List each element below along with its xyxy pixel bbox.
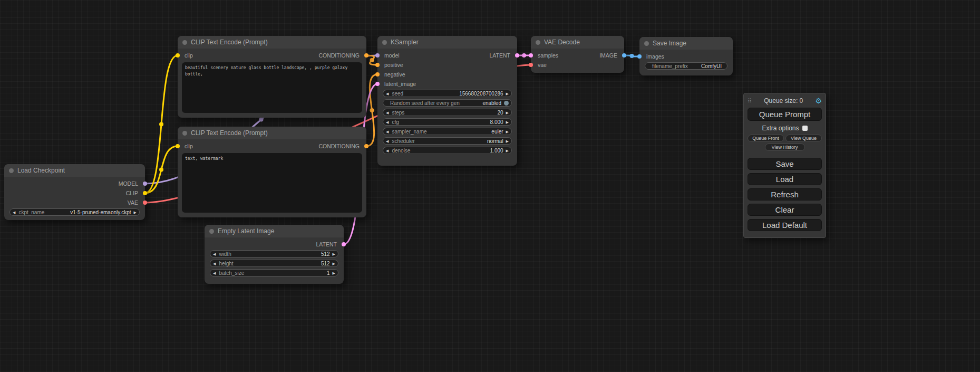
conditioning-output-port[interactable] [364,144,368,148]
clear-button[interactable]: Clear [748,204,822,216]
increment-arrow-icon[interactable]: ▶ [333,262,335,265]
increment-arrow-icon[interactable]: ▶ [506,149,509,152]
decrement-arrow-icon[interactable]: ◀ [386,92,389,96]
clip-output-port[interactable] [143,191,147,195]
prompt-textarea[interactable]: beautiful scenery nature glass bottle la… [182,62,362,113]
node-title-bar[interactable]: Load Checkpoint [4,164,145,177]
main-menu-panel: ⠿ Queue size: 0 ⚙ Queue Prompt Extra opt… [743,93,826,238]
sampler-name-widget[interactable]: ◀ sampler_name euler ▶ [383,128,512,135]
settings-gear-icon[interactable]: ⚙ [815,97,822,104]
images-input-port[interactable] [637,54,642,59]
decrement-arrow-icon[interactable]: ◀ [213,252,216,256]
clip-input-port[interactable] [176,144,180,148]
increment-arrow-icon[interactable]: ▶ [506,130,509,133]
load-button[interactable]: Load [748,173,822,185]
collapse-toggle-icon[interactable] [209,229,214,234]
drag-handle-icon[interactable]: ⠿ [748,98,752,104]
batch-size-widget[interactable]: ◀ batch_size 1 ▶ [210,269,338,276]
seed-widget[interactable]: ◀ seed 156680208700286 ▶ [383,90,512,97]
prompt-textarea[interactable]: text, watermark [182,153,362,213]
model-output-port[interactable] [143,182,147,186]
collapse-toggle-icon[interactable] [9,168,14,173]
collapse-toggle-icon[interactable] [536,40,540,45]
node-title-bar[interactable]: KSampler [377,36,517,49]
node-title-bar[interactable]: CLIP Text Encode (Prompt) [178,127,366,139]
increment-arrow-icon[interactable]: ▶ [506,92,509,96]
slot-row: model LATENT [377,51,517,60]
widget-value: 512 [321,251,330,257]
collapse-toggle-icon[interactable] [382,40,387,45]
samples-input-port[interactable] [529,53,533,58]
queue-prompt-button[interactable]: Queue Prompt [748,108,822,121]
collapse-toggle-icon[interactable] [644,41,649,46]
decrement-arrow-icon[interactable]: ◀ [213,262,216,265]
widget-label: Random seed after every gen [390,100,460,106]
decrement-arrow-icon[interactable]: ◀ [386,139,389,143]
decrement-arrow-icon[interactable]: ◀ [386,120,389,124]
decrement-arrow-icon[interactable]: ◀ [386,149,389,152]
collapse-toggle-icon[interactable] [182,40,187,45]
node-title-bar[interactable]: VAE Decode [531,36,624,49]
extra-options-label: Extra options [762,125,799,132]
toggle-dot-icon[interactable] [504,101,509,106]
negative-input-port[interactable] [375,72,380,77]
node-vae-decode[interactable]: VAE Decode samples IMAGE vae [531,36,624,73]
scheduler-widget[interactable]: ◀ scheduler normal ▶ [383,137,512,145]
latent-image-input-port[interactable] [375,82,380,86]
node-title-bar[interactable]: Empty Latent Image [205,225,344,237]
save-button[interactable]: Save [748,158,822,170]
node-ksampler[interactable]: KSampler model LATENT positive negative … [377,36,517,166]
refresh-button[interactable]: Refresh [748,188,822,201]
latent-output-port[interactable] [515,53,519,58]
increment-arrow-icon[interactable]: ▶ [506,111,509,115]
widget-value: 1.000 [490,148,503,154]
slot-label: samples [538,52,558,59]
widget-label: height [219,261,233,266]
node-title-bar[interactable]: Save Image [639,37,733,50]
filename-prefix-widget[interactable]: filename_prefix ComfyUI [645,62,727,70]
slot-label: LATENT [490,52,510,59]
denoise-widget[interactable]: ◀ denoise 1.000 ▶ [383,147,512,154]
output-slot-latent: LATENT [205,240,344,249]
clip-input-port[interactable] [176,53,180,58]
width-widget[interactable]: ◀ width 512 ▶ [210,250,338,257]
widget-label: filename_prefix [652,63,688,69]
node-title: Load Checkpoint [17,167,65,174]
node-empty-latent-image[interactable]: Empty Latent Image LATENT ◀ width 512 ▶ … [205,225,344,284]
model-input-port[interactable] [375,53,380,58]
vae-output-port[interactable] [143,201,147,205]
node-clip-text-encode-positive[interactable]: CLIP Text Encode (Prompt) clip CONDITION… [178,36,366,118]
widget-value: enabled [482,100,501,106]
node-load-checkpoint[interactable]: Load Checkpoint MODEL CLIP VAE ◀ ckpt_na… [4,164,145,220]
increment-arrow-icon[interactable]: ▶ [134,211,137,214]
queue-front-button[interactable]: Queue Front [748,135,784,142]
cfg-widget[interactable]: ◀ cfg 8.000 ▶ [383,118,512,126]
decrement-arrow-icon[interactable]: ◀ [386,130,389,133]
view-queue-button[interactable]: View Queue [785,135,822,142]
node-title-bar[interactable]: CLIP Text Encode (Prompt) [178,36,366,49]
decrement-arrow-icon[interactable]: ◀ [13,211,15,214]
positive-input-port[interactable] [375,63,380,67]
graph-canvas[interactable]: Load Checkpoint MODEL CLIP VAE ◀ ckpt_na… [0,0,980,372]
increment-arrow-icon[interactable]: ▶ [506,120,509,124]
steps-widget[interactable]: ◀ steps 20 ▶ [383,109,512,116]
increment-arrow-icon[interactable]: ▶ [333,271,335,275]
increment-arrow-icon[interactable]: ▶ [333,252,335,256]
image-output-port[interactable] [622,53,626,58]
view-history-button[interactable]: View History [765,144,805,151]
increment-arrow-icon[interactable]: ▶ [506,139,509,143]
load-default-button[interactable]: Load Default [748,219,822,231]
extra-options-checkbox[interactable] [802,126,808,131]
ckpt-name-widget[interactable]: ◀ ckpt_name v1-5-pruned-emaonly.ckpt ▶ [9,208,140,216]
node-clip-text-encode-negative[interactable]: CLIP Text Encode (Prompt) clip CONDITION… [178,127,366,217]
vae-input-port[interactable] [529,63,533,67]
widget-label: steps [392,110,404,116]
decrement-arrow-icon[interactable]: ◀ [386,111,389,115]
random-seed-toggle-widget[interactable]: Random seed after every gen enabled [383,99,512,107]
conditioning-output-port[interactable] [364,53,368,58]
height-widget[interactable]: ◀ height 512 ▶ [210,260,338,267]
latent-output-port[interactable] [342,242,346,246]
collapse-toggle-icon[interactable] [182,131,187,136]
node-save-image[interactable]: Save Image images filename_prefix ComfyU… [639,37,733,75]
decrement-arrow-icon[interactable]: ◀ [213,271,216,275]
